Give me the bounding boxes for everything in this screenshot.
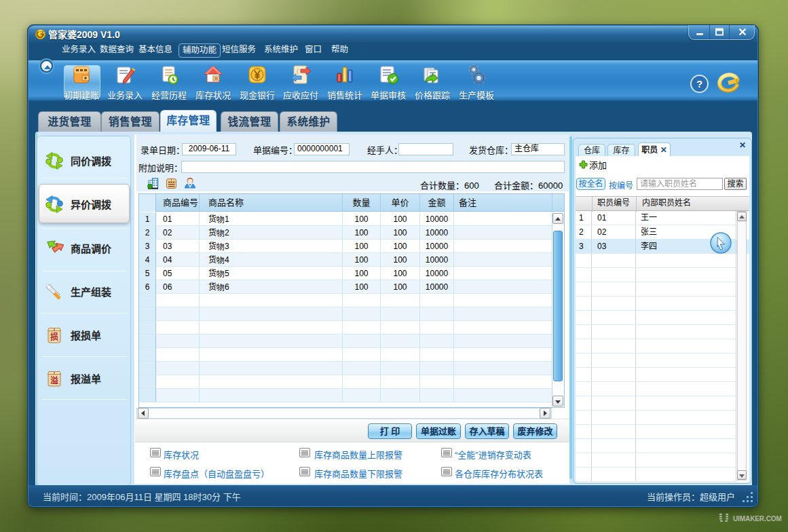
svg-text:溢: 溢 [50, 374, 58, 385]
svg-text:?: ? [696, 78, 702, 90]
svg-text:损: 损 [50, 330, 58, 342]
